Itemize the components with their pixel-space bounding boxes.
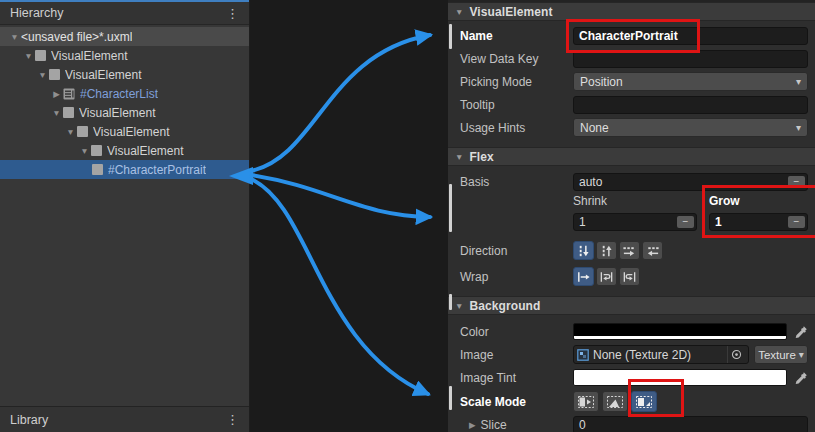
wrap-reverse-icon: [622, 270, 637, 284]
flex-basis-input[interactable]: auto −: [573, 173, 808, 191]
hierarchy-item-label: VisualElement: [107, 144, 184, 158]
flex-direction-toggle-group: [573, 241, 663, 260]
flex-basis-label: Basis: [460, 175, 561, 189]
tooltip-row: Tooltip: [448, 93, 815, 116]
section-header-visualelement[interactable]: ▼ VisualElement: [448, 2, 815, 21]
library-header[interactable]: Library ⋮: [0, 406, 249, 432]
hierarchy-tree: ▼ <unsaved file>*.uxml ▼ VisualElement ▼…: [0, 25, 249, 406]
kebab-menu-icon[interactable]: ⋮: [224, 413, 241, 426]
flex-grow-value: 1: [715, 215, 722, 229]
scale-mode-row: Scale Mode: [448, 389, 815, 414]
hierarchy-item-label: #CharacterList: [80, 87, 158, 101]
image-tint-swatch[interactable]: [573, 369, 787, 386]
hierarchy-item-visualelement[interactable]: ▼ VisualElement: [0, 103, 249, 122]
slice-value: 0: [579, 418, 586, 432]
column-reverse-icon: [599, 244, 614, 258]
eyedropper-icon[interactable]: [794, 371, 808, 385]
flex-wrap-label: Wrap: [460, 270, 561, 284]
scale-mode-toggle-group: [573, 391, 657, 412]
tooltip-label: Tooltip: [460, 98, 561, 112]
slice-label: Slice: [481, 418, 507, 432]
visual-element-icon: [49, 69, 60, 80]
flex-direction-label: Direction: [460, 244, 561, 258]
unity-ui-builder-window: Hierarchy ⋮ ▼ <unsaved file>*.uxml ▼ Vis…: [0, 0, 815, 432]
column-icon: [576, 244, 591, 258]
scale-and-crop-button[interactable]: [602, 391, 628, 412]
flex-shrink-value: 1: [579, 215, 586, 229]
texture2d-icon: [577, 349, 589, 361]
wrap-wrap-button[interactable]: [596, 267, 617, 286]
image-type-value: Texture: [758, 349, 796, 361]
foldout-open-icon[interactable]: ▼: [64, 127, 77, 137]
view-data-key-input[interactable]: [573, 50, 808, 68]
foldout-open-icon[interactable]: ▼: [78, 146, 91, 156]
unit-dropdown-button[interactable]: −: [788, 216, 805, 228]
foldout-open-icon[interactable]: ▼: [22, 51, 35, 61]
nowrap-icon: [576, 270, 591, 284]
hierarchy-item-visualelement[interactable]: ▼ VisualElement: [0, 141, 249, 160]
view-data-key-row: View Data Key: [448, 47, 815, 70]
usage-hints-dropdown[interactable]: None ▾: [573, 118, 808, 137]
flex-grow-input[interactable]: 1 −: [709, 213, 808, 231]
usage-hints-row: Usage Hints None ▾: [448, 116, 815, 139]
row-reverse-icon: [645, 244, 660, 258]
visual-element-icon: [63, 107, 74, 118]
direction-column-reverse-button[interactable]: [596, 241, 617, 260]
list-view-icon: [63, 88, 75, 100]
canvas-area: [251, 0, 448, 432]
modified-indicator-bar: [449, 184, 452, 232]
object-picker-icon[interactable]: [727, 346, 745, 363]
foldout-open-icon[interactable]: ▼: [455, 7, 463, 17]
direction-row-reverse-button[interactable]: [642, 241, 663, 260]
foldout-closed-icon[interactable]: ▶: [50, 89, 63, 99]
unit-dropdown-button[interactable]: −: [677, 216, 694, 228]
hierarchy-item-visualelement[interactable]: ▼ VisualElement: [0, 65, 249, 84]
foldout-open-icon[interactable]: ▼: [36, 70, 49, 80]
hierarchy-item-label: VisualElement: [51, 49, 128, 63]
foldout-closed-icon[interactable]: ▶: [469, 420, 476, 430]
image-type-dropdown[interactable]: Texture ▾: [754, 345, 808, 364]
name-input[interactable]: CharacterPortrait: [573, 27, 808, 45]
flex-shrink-input[interactable]: 1 −: [573, 213, 697, 231]
usage-hints-value: None: [580, 121, 796, 135]
inspector-panel: ▼ VisualElement Name CharacterPortrait V…: [448, 0, 815, 432]
hierarchy-item-unsaved-file[interactable]: ▼ <unsaved file>*.uxml: [0, 27, 249, 46]
background-color-swatch[interactable]: [573, 323, 787, 340]
section-header-flex[interactable]: ▼ Flex: [448, 147, 815, 166]
kebab-menu-icon[interactable]: ⋮: [224, 7, 241, 20]
foldout-open-icon[interactable]: ▼: [455, 152, 463, 162]
direction-row-button[interactable]: [619, 241, 640, 260]
direction-column-button[interactable]: [573, 241, 594, 260]
scale-to-fit-button[interactable]: [631, 391, 657, 412]
hierarchy-item-visualelement[interactable]: ▼ VisualElement: [0, 122, 249, 141]
wrap-reverse-button[interactable]: [619, 267, 640, 286]
slice-input[interactable]: 0: [573, 416, 808, 432]
tooltip-input[interactable]: [573, 96, 808, 114]
scale-to-fit-icon: [635, 395, 653, 409]
foldout-open-icon[interactable]: ▼: [8, 32, 21, 42]
picking-mode-value: Position: [580, 75, 796, 89]
foldout-open-icon[interactable]: ▼: [50, 108, 63, 118]
hierarchy-item-label: #CharacterPortrait: [108, 163, 206, 177]
eyedropper-icon[interactable]: [794, 325, 808, 339]
section-header-background[interactable]: ▼ Background: [448, 296, 815, 315]
hierarchy-item-characterlist[interactable]: ▶ #CharacterList: [0, 84, 249, 103]
unit-dropdown-button[interactable]: −: [788, 176, 805, 188]
scale-stretch-to-fill-button[interactable]: [573, 391, 599, 412]
usage-hints-label: Usage Hints: [460, 121, 561, 135]
picking-mode-dropdown[interactable]: Position ▾: [573, 72, 808, 91]
modified-indicator-bar: [449, 294, 452, 310]
dropdown-arrow-icon: ▾: [796, 122, 801, 133]
wrap-nowrap-button[interactable]: [573, 267, 594, 286]
hierarchy-panel: Hierarchy ⋮ ▼ <unsaved file>*.uxml ▼ Vis…: [0, 0, 250, 432]
section-title: Background: [469, 299, 540, 313]
foldout-open-icon[interactable]: ▼: [455, 301, 463, 311]
library-title: Library: [10, 413, 224, 427]
dropdown-arrow-icon: ▾: [796, 76, 801, 87]
flex-wrap-toggle-group: [573, 267, 640, 286]
name-label: Name: [460, 29, 561, 43]
hierarchy-item-visualelement[interactable]: ▼ VisualElement: [0, 46, 249, 65]
background-color-label: Color: [460, 325, 561, 339]
hierarchy-item-characterportrait-selected[interactable]: #CharacterPortrait: [0, 160, 249, 179]
background-image-object-field[interactable]: None (Texture 2D): [573, 345, 749, 364]
